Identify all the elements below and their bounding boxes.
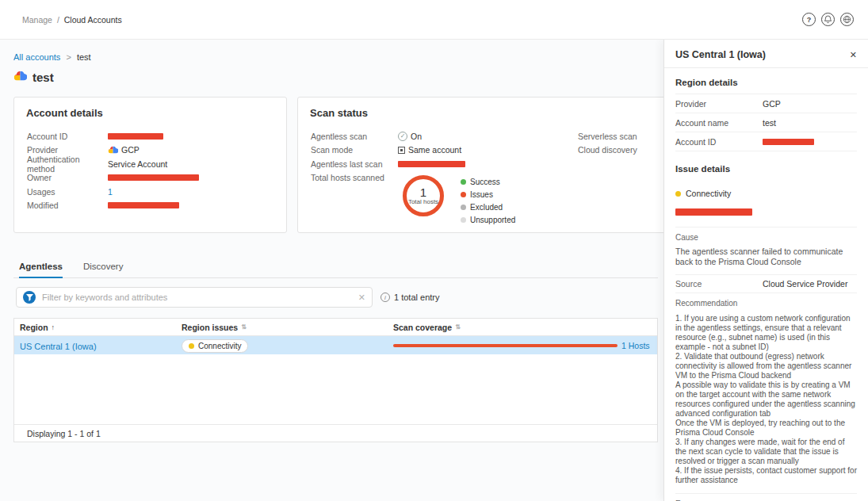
column-header-region-issues[interactable]: Region issues⇅: [182, 323, 393, 332]
redacted-owner: [108, 174, 199, 181]
breadcrumb-account: test: [77, 52, 91, 62]
column-header-scan-coverage[interactable]: Scan coverage⇅: [393, 323, 657, 332]
account-details-rows: Account ID Provider GCP Authentication m…: [27, 131, 278, 214]
main-content: All accounts > test test Account details…: [0, 40, 682, 501]
region-detail-panel: US Central 1 (Iowa) ✕ Region details Pro…: [663, 40, 868, 501]
title-row: test: [13, 70, 682, 84]
topbar-actions: ?: [802, 13, 854, 26]
gcp-logo-icon: [13, 70, 27, 84]
filter-box[interactable]: ✕: [16, 287, 373, 308]
page-breadcrumb: All accounts > test: [13, 52, 682, 62]
close-icon[interactable]: ✕: [850, 50, 857, 60]
legend-excluded: Excluded: [461, 202, 515, 212]
table-empty-space: [14, 354, 657, 424]
donut-ring: 1 Total hosts: [403, 175, 444, 216]
serverless-scan-label: Serverless scan: [578, 132, 665, 141]
excluded-dot-icon: [461, 205, 466, 210]
source-label: Source: [675, 279, 763, 289]
auth-method-value: Service Account: [108, 159, 167, 169]
legend-success: Success: [461, 177, 515, 186]
legend-unsupported: Unsupported: [461, 215, 515, 224]
globe-icon[interactable]: [840, 13, 854, 26]
last-scan-label: Agentless last scan: [311, 159, 398, 169]
redacted-account-id: [108, 133, 163, 140]
panel-account-name-row: Account name test: [675, 113, 857, 132]
topbar-breadcrumb: Manage / Cloud Accounts: [22, 15, 122, 25]
sort-asc-icon: ↑: [52, 323, 55, 331]
usages-row: Usages 1: [27, 186, 278, 197]
info-icon: i: [380, 293, 390, 302]
panel-provider-label: Provider: [675, 99, 763, 109]
filter-funnel-icon[interactable]: [23, 291, 36, 304]
tab-agentless[interactable]: Agentless: [19, 262, 63, 278]
filter-input[interactable]: [42, 293, 352, 302]
filter-row: ✕ i 1 total entry: [16, 287, 682, 308]
cause-label: Cause: [675, 233, 857, 242]
recommendation-text: 1. If you are using a custom network con…: [675, 314, 857, 485]
total-hosts-donut: 1 Total hosts: [403, 175, 444, 216]
scan-mode-value: Same account: [408, 145, 461, 155]
column-header-region[interactable]: Region↑: [14, 323, 182, 332]
panel-provider-value: GCP: [763, 99, 781, 109]
help-glyph: ?: [807, 16, 812, 24]
owner-row: Owner: [27, 173, 278, 183]
modified-row: Modified: [27, 201, 278, 211]
scan-mode-label: Scan mode: [311, 145, 398, 155]
connectivity-badge[interactable]: Connectivity: [182, 339, 248, 353]
warning-dot-icon: [189, 343, 194, 349]
help-icon[interactable]: ?: [802, 13, 816, 26]
cloud-discovery-row: Cloud discovery: [578, 145, 665, 155]
issue-label: Connectivity: [686, 189, 731, 198]
breadcrumb-manage[interactable]: Manage: [22, 15, 52, 25]
auth-method-row: Authentication method Service Account: [27, 159, 278, 169]
source-row: Source Cloud Service Provider: [675, 275, 857, 293]
panel-account-name-label: Account name: [675, 118, 763, 128]
cards-row: Account details Account ID Provider GCP: [13, 97, 682, 233]
divider: [675, 493, 857, 494]
table-row[interactable]: US Central 1 (Iowa) Connectivity 1 Hosts: [14, 336, 657, 354]
usages-label: Usages: [27, 187, 108, 197]
region-details-rows: Provider GCP Account name test Account I…: [675, 94, 857, 151]
connectivity-badge-label: Connectivity: [198, 342, 241, 350]
total-hosts-label: Total hosts scanned: [311, 173, 398, 182]
redacted-last-scan: [398, 161, 465, 167]
breadcrumb-cloud-accounts: Cloud Accounts: [64, 15, 122, 25]
same-account-icon: [398, 147, 405, 154]
success-dot-icon: [461, 179, 466, 185]
regions-table: Region↑ Region issues⇅ Scan coverage⇅ US…: [13, 318, 658, 442]
total-entry-label: 1 total entry: [394, 293, 439, 302]
table-header: Region↑ Region issues⇅ Scan coverage⇅: [14, 319, 657, 336]
table-footer: Displaying 1 - 1 of 1: [14, 424, 657, 442]
account-id-label: Account ID: [27, 132, 108, 141]
breadcrumb-separator: >: [66, 52, 71, 62]
notifications-bell-icon[interactable]: [821, 13, 835, 26]
account-details-card: Account details Account ID Provider GCP: [13, 97, 287, 233]
tab-discovery[interactable]: Discovery: [83, 262, 123, 277]
cloud-discovery-label: Cloud discovery: [578, 145, 665, 155]
last-scan-row: Agentless last scan: [311, 159, 660, 169]
usages-value-link[interactable]: 1: [108, 187, 113, 197]
coverage-label[interactable]: 1 Hosts: [621, 341, 650, 350]
tab-bar: Agentless Discovery: [13, 262, 658, 278]
recommendation-label: Recommendation: [675, 299, 857, 308]
account-id-row: Account ID: [27, 131, 278, 141]
divider: [675, 227, 857, 228]
agentless-scan-label: Agentless scan: [311, 132, 398, 141]
redacted-issue-value: [675, 208, 752, 216]
warning-dot-icon: [675, 191, 681, 197]
serverless-scan-row: Serverless scan: [578, 131, 665, 141]
scan-right-column: Serverless scan Cloud discovery: [578, 131, 665, 159]
displaying-count: Displaying 1 - 1 of 1: [27, 429, 101, 438]
all-accounts-link[interactable]: All accounts: [13, 52, 60, 62]
panel-title: US Central 1 (Iowa): [675, 49, 766, 60]
issue-details-heading: Issue details: [675, 164, 857, 174]
unsupported-dot-icon: [461, 217, 466, 223]
source-value: Cloud Service Provider: [763, 279, 847, 289]
sort-icon: ⇅: [455, 323, 461, 331]
issue-redacted-row: [675, 205, 857, 219]
provider-label: Provider: [27, 145, 108, 155]
donut-caption: Total hosts: [408, 198, 438, 205]
filter-clear-icon[interactable]: ✕: [358, 293, 365, 303]
panel-account-id-row: Account ID: [675, 132, 857, 151]
region-link[interactable]: US Central 1 (Iowa): [20, 342, 97, 351]
